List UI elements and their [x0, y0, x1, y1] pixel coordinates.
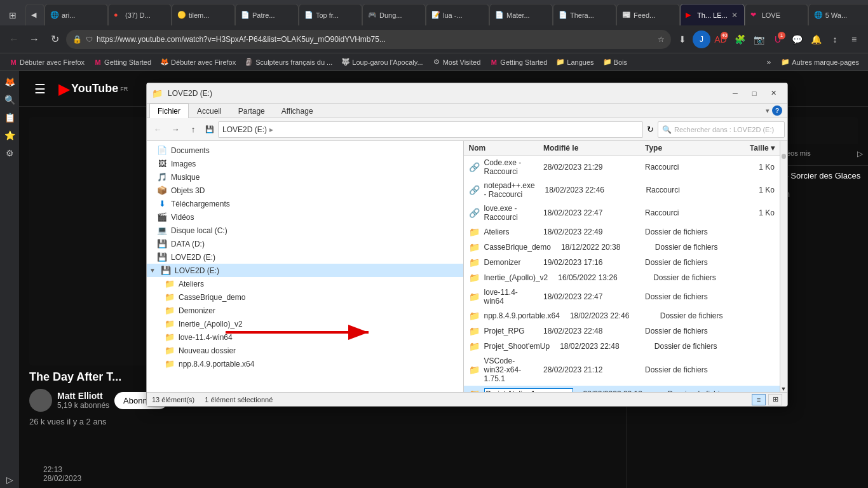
fe-up-btn[interactable]: ↑	[185, 121, 201, 138]
fe-forward-btn[interactable]: →	[167, 121, 184, 138]
fe-file-row-11[interactable]: 📁 VSCode-win32-x64-1.75.1 28/02/2023 21:…	[464, 354, 780, 386]
fe-sidebar-love2d-top[interactable]: 💾 LOVE2D (E:)	[147, 250, 463, 264]
tab-12[interactable]: ❤ LOVE	[745, 4, 808, 25]
extensions-icon[interactable]: 🧩	[731, 30, 749, 48]
tab-9[interactable]: 📄 Thera...	[553, 4, 616, 25]
sidebar-settings-icon[interactable]: ⚙	[1, 145, 18, 161]
sidebar-firefox-icon[interactable]: 🦊	[1, 74, 18, 90]
fe-sidebar-images[interactable]: 🖼 Images	[147, 157, 463, 170]
fe-sidebar-objets3d[interactable]: 📦 Objets 3D	[147, 184, 463, 197]
bookmark-debuter1[interactable]: M Débuter avec Firefox	[5, 57, 88, 68]
fe-ribbon-expand-icon[interactable]: ▾	[766, 107, 770, 115]
fe-sidebar-cassebrique[interactable]: 📁 CasseBrique_demo	[147, 290, 463, 304]
sidebar-expand-icon[interactable]: ▷	[1, 471, 18, 488]
bookmark-langues[interactable]: 📁 Langues	[552, 57, 597, 68]
fe-sidebar-videos[interactable]: 🎬 Vidéos	[147, 210, 463, 224]
fe-close-btn[interactable]: ✕	[764, 87, 782, 100]
bookmark-getting-started2[interactable]: M Getting Started	[485, 57, 551, 68]
fe-sidebar-ateliers[interactable]: 📁 Ateliers	[147, 277, 463, 290]
fe-file-row-12[interactable]: 📁 28/02/2023 22:13 Dossier de fichiers	[464, 386, 780, 392]
fe-ribbon-help-icon[interactable]: ?	[772, 105, 782, 116]
fe-col-modified[interactable]: Modifié le	[538, 141, 640, 155]
fe-sidebar-diskc[interactable]: 💻 Disque local (C:)	[147, 224, 463, 237]
fe-search-box[interactable]: 🔍 Rechercher dans : LOVE2D (E:)	[658, 121, 785, 138]
sidebar-history-icon[interactable]: 📋	[1, 109, 18, 126]
fe-back-btn[interactable]: ←	[149, 121, 166, 138]
reload-button[interactable]: ↻	[46, 30, 64, 48]
fe-ribbon-partage[interactable]: Partage	[230, 104, 273, 118]
fe-file-row-5[interactable]: 📁 Demonizer 19/02/2023 17:16 Dossier de …	[464, 255, 780, 270]
bookmark-most-visited[interactable]: ⚙ Most Visited	[428, 57, 485, 68]
tab-11-active[interactable]: ▶ Th... LE... ✕	[680, 4, 745, 25]
fe-file-row-3[interactable]: 📁 Ateliers 18/02/2023 22:49 Dossier de f…	[464, 224, 780, 240]
fe-sidebar-documents[interactable]: 📄 Documents	[147, 144, 463, 157]
channel-avatar[interactable]	[29, 389, 52, 412]
adblocker-icon[interactable]: AD 40	[712, 30, 729, 48]
tab-11-close[interactable]: ✕	[730, 11, 739, 20]
fe-sidebar-npp[interactable]: 📁 npp.8.4.9.portable.x64	[147, 357, 463, 370]
bookmark-loupgarou[interactable]: 🐺 Loup-garou l'Apocaly...	[337, 57, 426, 68]
yt-next-icon[interactable]: ▷	[852, 144, 868, 165]
screenshot-icon[interactable]: 📷	[750, 30, 768, 48]
notification-icon[interactable]: 🔔	[807, 30, 825, 48]
tab-2[interactable]: ● (37) D...	[108, 4, 172, 25]
fe-file-row-0[interactable]: 🔗 Code.exe - Raccourci 28/02/2023 21:29 …	[464, 156, 780, 179]
fe-file-row-9[interactable]: 📁 Projet_RPG 18/02/2023 22:48 Dossier de…	[464, 323, 780, 339]
bookmark-sculpteurs[interactable]: 🗿 Sculpteurs français du ...	[241, 57, 336, 68]
tab-5[interactable]: 📄 Top fr...	[299, 4, 362, 25]
menu-button[interactable]: ≡	[845, 30, 863, 48]
fe-file-row-7[interactable]: 📁 love-11.4-win64 18/02/2023 22:47 Dossi…	[464, 285, 780, 308]
fe-sidebar-nouveau[interactable]: 📁 Nouveau dossier	[147, 344, 463, 357]
fe-view-large-btn[interactable]: ⊞	[768, 394, 782, 405]
bookmarks-more-button[interactable]: »	[764, 57, 774, 68]
address-bar[interactable]: 🔒 🛡 https://www.youtube.com/watch?v=H3Sp…	[66, 30, 671, 49]
bookmark-bois[interactable]: 📁 Bois	[599, 57, 631, 68]
fe-scroll-down[interactable]: ▼	[780, 386, 787, 392]
fe-sidebar-musique[interactable]: 🎵 Musique	[147, 170, 463, 184]
fe-col-size[interactable]: Taille ▾	[729, 141, 780, 155]
bookmark-debuter2[interactable]: 🦊 Débuter avec Firefox	[156, 57, 240, 68]
ublock-icon[interactable]: U 1	[769, 30, 787, 48]
fe-file-row-4[interactable]: 📁 CasseBrique_demo 18/12/2022 20:38 Doss…	[464, 240, 780, 255]
youtube-logo[interactable]: ▶ YouTube FR	[58, 80, 128, 98]
tab-1[interactable]: 🌐 ari...	[44, 4, 108, 25]
youtube-menu-icon[interactable]: ☰	[29, 76, 51, 102]
fe-sidebar-datad[interactable]: 💾 DATA (D:)	[147, 237, 463, 250]
fe-sidebar-telechargements[interactable]: ⬇ Téléchargements	[147, 197, 463, 210]
fe-breadcrumb[interactable]: LOVE2D (E:) ▸	[218, 121, 643, 138]
fe-maximize-btn[interactable]: □	[745, 87, 763, 100]
fe-col-type[interactable]: Type	[640, 141, 729, 155]
fe-file-row-6[interactable]: 📁 Inertie_(Apollo)_v2 16/05/2022 13:26 D…	[464, 270, 780, 285]
fe-scrollbar[interactable]: ▼	[780, 141, 787, 392]
tab-6[interactable]: 🎮 Dung...	[362, 4, 426, 25]
fe-ribbon-accueil[interactable]: Accueil	[189, 104, 230, 118]
profile-icon[interactable]: J	[693, 30, 710, 48]
fe-scrollbar-thumb[interactable]	[782, 154, 786, 159]
bookmark-other[interactable]: 📁 Autres marque-pages	[777, 57, 863, 68]
fe-view-details-btn[interactable]: ≡	[752, 394, 766, 405]
tab-10[interactable]: 📰 Feed...	[616, 4, 680, 25]
sidebar-bookmarks-icon[interactable]: ⭐	[1, 127, 18, 144]
tab-8[interactable]: 📄 Mater...	[489, 4, 553, 25]
tab-4[interactable]: 📄 Patre...	[235, 4, 299, 25]
tab-3[interactable]: 🟡 tilem...	[172, 4, 235, 25]
fe-refresh-btn[interactable]: ↻	[644, 122, 656, 137]
fe-sidebar-demonizer[interactable]: 📁 Demonizer	[147, 304, 463, 317]
forward-button[interactable]: →	[25, 30, 43, 48]
fe-sidebar-love2d-expanded[interactable]: ▼ 💾 LOVE2D (E:)	[147, 264, 463, 277]
back-button[interactable]: ←	[5, 30, 23, 48]
fe-sidebar-love64[interactable]: 📁 love-11.4-win64	[147, 330, 463, 344]
fe-sidebar-inertie[interactable]: 📁 Inertie_(Apollo)_v2	[147, 317, 463, 330]
downloads-icon[interactable]: ⬇	[674, 30, 691, 48]
tab-back[interactable]: ◀	[25, 4, 44, 25]
sync-icon[interactable]: ↕	[826, 30, 844, 48]
windows-icon[interactable]: ⊞	[3, 5, 23, 25]
bookmark-getting-started[interactable]: M Getting Started	[90, 57, 155, 68]
tab-13[interactable]: 🌐 5 Wa...	[808, 4, 868, 25]
fe-file-row-8[interactable]: 📁 npp.8.4.9.portable.x64 18/02/2023 22:4…	[464, 308, 780, 323]
social-icon[interactable]: 💬	[788, 30, 806, 48]
fe-file-row-1[interactable]: 🔗 notepad++.exe - Raccourci 18/02/2023 2…	[464, 179, 780, 201]
fe-ribbon-affichage[interactable]: Affichage	[273, 104, 322, 118]
fe-col-name[interactable]: Nom	[464, 141, 539, 155]
fe-ribbon-fichier[interactable]: Fichier	[149, 104, 189, 118]
